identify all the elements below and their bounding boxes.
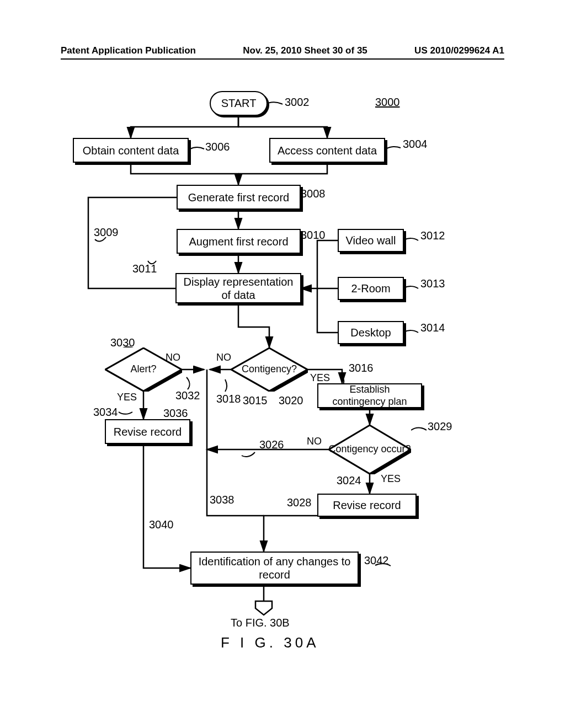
ref-3000: 3000 (375, 96, 400, 109)
ref-3040: 3040 (149, 518, 174, 531)
ref-3020: 3020 (279, 394, 303, 407)
ref-3024: 3024 (337, 474, 361, 487)
header-center: Nov. 25, 2010 Sheet 30 of 35 (243, 45, 367, 56)
ref-3002: 3002 (285, 96, 310, 109)
ref-3013: 3013 (420, 277, 445, 290)
ref-3006: 3006 (205, 141, 230, 153)
obtain-box: Obtain content data (73, 138, 189, 163)
alert-diamond: Alert? (105, 347, 182, 392)
ident-box: Identification of any changes to record (190, 552, 359, 585)
videowall-box: Video wall (338, 229, 404, 252)
display-label: Display representation of data (181, 275, 296, 302)
ref-3011: 3011 (132, 263, 157, 275)
page-header: Patent Application Publication Nov. 25, … (61, 45, 504, 60)
figure-caption: F I G. 30A (221, 634, 319, 651)
occur-diamond: Contigency occur? (328, 425, 411, 474)
page: Patent Application Publication Nov. 25, … (0, 0, 565, 728)
ref-3029: 3029 (428, 420, 452, 433)
ref-3004: 3004 (403, 138, 428, 151)
cont-yes: YES (310, 372, 330, 384)
ref-3012: 3012 (420, 229, 445, 242)
desktop-label: Desktop (350, 326, 391, 339)
obtain-label: Obtain content data (83, 144, 179, 157)
desktop-box: Desktop (338, 321, 404, 344)
occur-label: Contigency occur? (328, 425, 411, 474)
ref-3028: 3028 (287, 496, 312, 509)
establish-label: Establish contingency plan (323, 384, 417, 408)
flowchart: START Obtain content data Access content… (0, 77, 565, 695)
header-right: US 2010/0299624 A1 (414, 45, 504, 56)
generate-box: Generate first record (177, 185, 301, 210)
videowall-label: Video wall (346, 234, 396, 247)
ref-3038: 3038 (210, 494, 234, 506)
ref-3018: 3018 (216, 393, 241, 405)
generate-label: Generate first record (188, 191, 289, 204)
cont-no: NO (216, 352, 231, 363)
ref-3036: 3036 (163, 407, 188, 420)
alert-yes: YES (117, 392, 137, 403)
revise1-box: Revise record (105, 419, 190, 444)
contingency-label: Contigency? (231, 347, 308, 392)
revise2-label: Revise record (333, 499, 401, 512)
display-box: Display representation of data (175, 273, 301, 303)
start-terminator: START (210, 91, 268, 116)
ref-3016: 3016 (349, 362, 374, 374)
ref-3010: 3010 (301, 229, 326, 242)
ident-label: Identification of any changes to record (196, 555, 353, 581)
occur-no: NO (307, 436, 322, 447)
access-box: Access content data (269, 138, 385, 163)
augment-box: Augment first record (177, 229, 301, 254)
to-fig-label: To FIG. 30B (231, 617, 290, 629)
ref-3026: 3026 (259, 438, 284, 451)
contingency-diamond: Contigency? (231, 347, 308, 392)
establish-box: Establish contingency plan (317, 383, 422, 408)
occur-yes: YES (381, 473, 401, 485)
start-label: START (221, 97, 257, 110)
augment-label: Augment first record (189, 235, 288, 248)
ref-3008: 3008 (301, 188, 326, 200)
alert-label: Alert? (105, 347, 182, 392)
ref-3009: 3009 (94, 226, 119, 239)
ref-3015: 3015 (243, 394, 268, 407)
room-box: 2-Room (338, 277, 404, 300)
ref-3034: 3034 (93, 406, 118, 419)
ref-3042: 3042 (364, 554, 389, 567)
access-label: Access content data (278, 144, 377, 157)
room-label: 2-Room (351, 282, 390, 295)
header-left: Patent Application Publication (61, 45, 196, 56)
ref-3014: 3014 (420, 322, 445, 334)
revise2-box: Revise record (317, 494, 417, 517)
revise1-label: Revise record (114, 425, 182, 438)
